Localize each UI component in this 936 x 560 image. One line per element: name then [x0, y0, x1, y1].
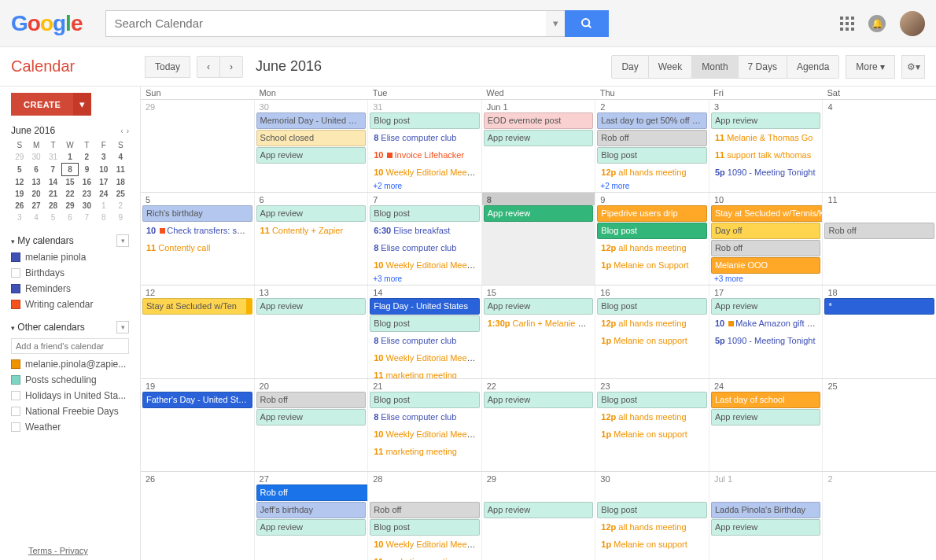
add-friend-input[interactable] [11, 338, 129, 354]
event[interactable]: Blog post [370, 112, 480, 129]
event[interactable]: Rob off [370, 502, 480, 518]
day-cell[interactable]: 7Blog post6:30 Elise breakfast8 Elise co… [368, 193, 482, 285]
day-cell[interactable]: 3App review11 Melanie & Thomas Go11 supp… [709, 100, 824, 192]
more-events-link[interactable]: +3 more [709, 274, 823, 283]
event[interactable]: Ladda Pinola's Birthday [711, 502, 821, 518]
event[interactable]: Flag Day - United States [370, 298, 480, 315]
event[interactable]: App review [256, 519, 367, 536]
event[interactable]: 11 Contently + Zapier [256, 223, 367, 239]
event[interactable]: 1p Melanie on support [597, 333, 707, 349]
view-7days[interactable]: 7 Days [738, 55, 787, 79]
event[interactable]: Stay at Secluded w/Ten [142, 298, 252, 315]
day-cell[interactable]: 20Rob offApp review [255, 379, 369, 471]
event[interactable]: App review [484, 392, 594, 408]
more-events-link[interactable]: +3 more [368, 274, 481, 283]
event[interactable]: 8 Elise computer club [370, 333, 480, 349]
day-cell[interactable]: 29.App review [482, 472, 596, 560]
day-cell[interactable]: 17App review10 Make Amazon gift card5p 1… [709, 286, 824, 378]
prev-button[interactable]: ‹ [197, 56, 220, 78]
other-calendars-menu-icon[interactable]: ▾ [116, 321, 129, 333]
event[interactable]: Blog post [597, 298, 707, 315]
event[interactable]: Blog post [370, 205, 480, 222]
event[interactable]: 1p Melanie on support [597, 536, 707, 553]
create-button[interactable]: CREATE [11, 93, 73, 116]
day-cell[interactable]: 31Blog post8 Elise computer club10 Invoi… [368, 100, 482, 192]
event[interactable]: 11 Contently call [142, 240, 252, 256]
event[interactable]: Rob off [256, 484, 369, 501]
event[interactable]: Father's Day - United States [142, 392, 252, 408]
day-cell[interactable]: 19Father's Day - United States [141, 379, 255, 471]
event[interactable]: Memorial Day - United States [256, 112, 367, 129]
day-cell[interactable]: 2Last day to get 50% off n...Rob offBlog… [595, 100, 709, 192]
event[interactable]: Rob off [256, 392, 367, 408]
google-logo[interactable]: Google [11, 11, 82, 36]
event[interactable]: School closed [256, 130, 367, 146]
calendar-item[interactable]: Posts scheduling [11, 374, 129, 385]
create-dropdown[interactable]: ▾ [73, 93, 91, 116]
today-button[interactable]: Today [145, 56, 190, 78]
day-cell[interactable]: 23Blog post12p all hands meeting1p Melan… [595, 379, 709, 471]
calendar-item[interactable]: Writing calendar [11, 299, 129, 310]
event[interactable]: Day off [711, 223, 821, 239]
more-events-link[interactable]: +2 more [368, 182, 481, 190]
event[interactable]: Last day of school [711, 392, 821, 408]
event[interactable]: 10 Check transfers: savings [142, 223, 252, 239]
day-cell[interactable]: 24Last day of schoolApp review [709, 379, 824, 471]
calendar-item[interactable]: Weather [11, 422, 129, 433]
event[interactable]: Blog post [597, 392, 707, 408]
event[interactable]: App review [484, 502, 594, 518]
day-cell[interactable]: 29 [141, 100, 255, 192]
event[interactable]: Melanie OOO [711, 257, 821, 274]
event[interactable]: App review [484, 205, 594, 222]
event[interactable]: App review [256, 409, 367, 426]
event[interactable]: App review [256, 147, 367, 164]
event[interactable]: App review [711, 112, 821, 129]
event[interactable]: EOD evernote post [484, 112, 594, 129]
avatar[interactable] [900, 11, 925, 36]
day-cell[interactable]: 2 [823, 472, 936, 560]
day-cell[interactable]: 28.Rob offBlog post10 Weekly Editorial M… [368, 472, 482, 560]
search-input[interactable] [105, 10, 546, 37]
event[interactable]: Blog post [370, 315, 480, 332]
event[interactable]: 12p all hands meeting [597, 409, 707, 426]
settings-button[interactable]: ⚙ ▾ [901, 55, 925, 79]
notifications-icon[interactable]: 🔔 [868, 15, 886, 32]
day-cell[interactable]: 8App review [482, 193, 596, 285]
event[interactable]: Last day to get 50% off n... [597, 112, 707, 129]
event[interactable]: 11 Melanie & Thomas Go [711, 130, 821, 146]
event[interactable]: Blog post [597, 147, 707, 164]
search-dropdown-icon[interactable]: ▾ [546, 10, 565, 37]
day-cell[interactable]: 30Memorial Day - United StatesSchool clo… [255, 100, 369, 192]
my-calendars-header[interactable]: ▾ My calendars ▾ [11, 234, 129, 247]
calendar-item[interactable]: melanie.pinola@zapie... [11, 359, 129, 370]
event[interactable]: 10 Invoice Lifehacker [370, 147, 480, 164]
day-cell[interactable]: 12Stay at Secluded w/Ten [141, 286, 255, 378]
day-cell[interactable]: 22App review [482, 379, 596, 471]
more-events-link[interactable]: +2 more [595, 182, 709, 190]
event[interactable]: 11 marketing meeting [370, 444, 480, 460]
calendar-item[interactable]: Reminders [11, 283, 129, 294]
event[interactable]: 1p Melanie on Support [597, 257, 707, 274]
event[interactable]: Stay at Secluded w/Tennis/Koi Pond/Hot T… [711, 205, 824, 222]
more-button[interactable]: More ▾ [846, 55, 895, 79]
terms-link[interactable]: Terms [28, 546, 52, 555]
event[interactable]: Blog post [597, 502, 707, 518]
event[interactable]: 10 Weekly Editorial Meeting [370, 426, 480, 443]
event[interactable]: Rob off [824, 223, 934, 239]
view-week[interactable]: Week [648, 55, 692, 79]
event[interactable]: Blog post [370, 392, 480, 408]
calendar-item[interactable]: Birthdays [11, 267, 129, 278]
event[interactable]: App review [256, 205, 367, 222]
event[interactable]: Rob off [597, 130, 707, 146]
view-agenda[interactable]: Agenda [787, 55, 839, 79]
event[interactable]: Blog post [597, 223, 707, 239]
event[interactable]: App review [711, 519, 821, 536]
event[interactable]: 12p all hands meeting [597, 519, 707, 536]
event[interactable]: 10 Weekly Editorial Meeting [370, 536, 480, 553]
event[interactable]: 10 Weekly Editorial Meeting [370, 257, 480, 274]
calendar-item[interactable]: National Freebie Days [11, 406, 129, 417]
event[interactable]: 6:30 Elise breakfast [370, 223, 480, 239]
other-calendars-header[interactable]: ▾ Other calendars ▾ [11, 321, 129, 333]
mini-calendar[interactable]: SMTWTFS293031123456789101112131415161718… [11, 139, 129, 223]
search-button[interactable] [565, 10, 609, 37]
